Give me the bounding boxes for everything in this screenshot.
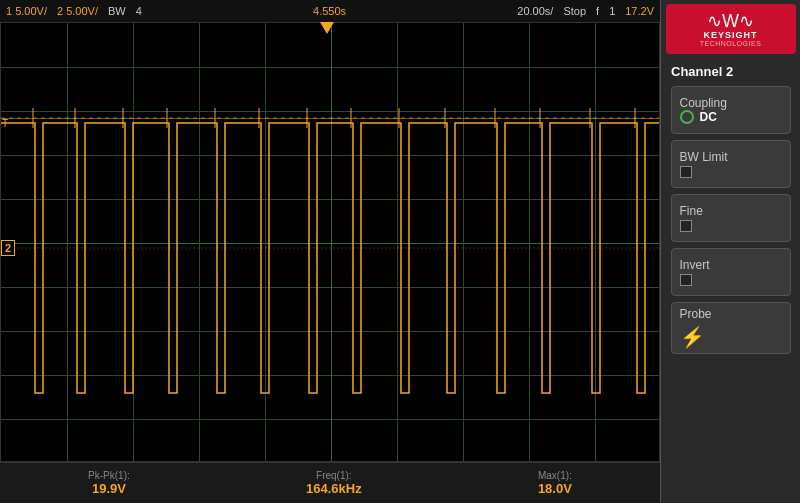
invert-button[interactable]: Invert [671,248,791,296]
fine-button[interactable]: Fine [671,194,791,242]
trigger-level-marker [1,118,9,130]
bw-limit-checkbox[interactable] [680,166,692,178]
probe-content: ⚡ [680,325,705,349]
measurement-pkpk: Pk-Pk(1): 19.9V [88,470,130,496]
coupling-row: DC [680,110,717,124]
logo-brand: KEYSIGHT [703,30,757,40]
time-offset: 4.550s [152,5,507,17]
invert-checkbox-wrap [680,274,692,286]
scope-header: 1 5.00V/ 2 5.00V/ BW 4 4.550s 20.00s/ St… [0,0,660,22]
bw-limit-label: BW Limit [680,150,728,164]
probe-label: Probe [680,307,712,321]
measurement-freq: Freq(1): 164.6kHz [306,470,362,496]
bw-limit-checkbox-wrap [680,166,692,178]
max-value: 18.0V [538,481,572,496]
logo-wave-icon: ∿W∿ [707,12,754,30]
bw-label: BW [108,5,126,17]
probe-icon: ⚡ [680,325,705,349]
ch2-ground-indicator [1,238,15,256]
bottom-bar: Pk-Pk(1): 19.9V Freq(1): 164.6kHz Max(1)… [0,462,660,503]
pkpk-value: 19.9V [92,481,126,496]
channel-label: Channel 2 [661,64,733,79]
trigger-arrow [320,22,334,34]
measurement-max: Max(1): 18.0V [538,470,572,496]
probe-button[interactable]: Probe ⚡ [671,302,791,354]
freq-label: Freq(1): [316,470,352,481]
invert-checkbox[interactable] [680,274,692,286]
right-panel: ∿W∿ KEYSIGHT TECHNOLOGIES Channel 2 Coup… [660,0,800,503]
pkpk-label: Pk-Pk(1): [88,470,130,481]
ch1-indicator: 1 5.00V/ [6,5,47,17]
fine-checkbox[interactable] [680,220,692,232]
max-label: Max(1): [538,470,572,481]
coupling-icon [680,110,694,124]
invert-label: Invert [680,258,710,272]
bw-limit-button[interactable]: BW Limit [671,140,791,188]
keysight-logo: ∿W∿ KEYSIGHT TECHNOLOGIES [666,4,796,54]
logo-sub: TECHNOLOGIES [700,40,762,47]
run-status: Stop [563,5,586,17]
coupling-button[interactable]: Coupling DC [671,86,791,134]
fine-checkbox-wrap [680,220,692,232]
scope-area [0,22,660,462]
ch2-indicator: 2 5.00V/ [57,5,98,17]
time-scale: 20.00s/ [517,5,553,17]
freq-value: 164.6kHz [306,481,362,496]
waveform-display [1,23,660,462]
cursor-count: 4 [136,5,142,17]
fine-label: Fine [680,204,703,218]
voltage-reading: 17.2V [625,5,654,17]
coupling-value: DC [700,110,717,124]
f-label: f [596,5,599,17]
coupling-label: Coupling [680,96,727,110]
ch-num: 1 [609,5,615,17]
